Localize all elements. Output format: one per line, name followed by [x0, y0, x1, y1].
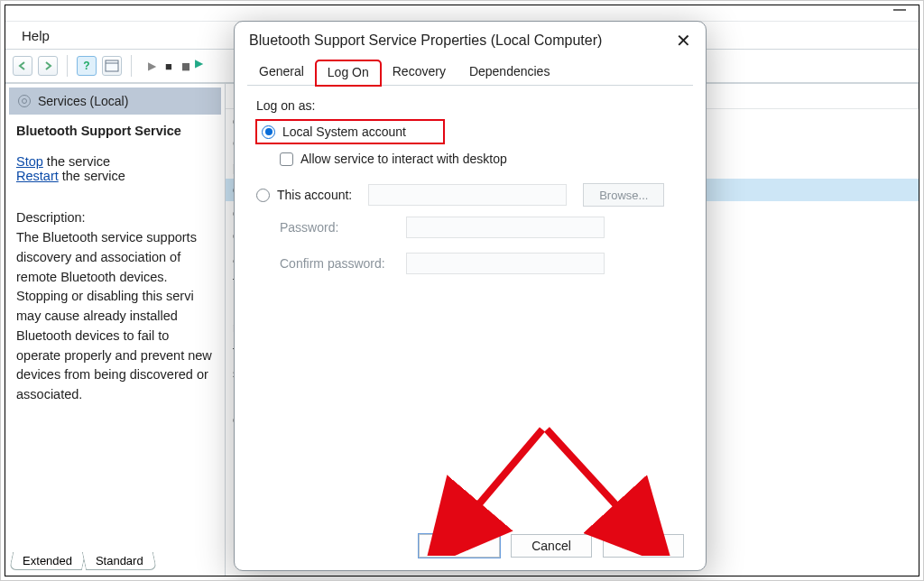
local-system-label: Local System account — [282, 124, 406, 139]
tab-standard[interactable]: Standard — [82, 552, 157, 570]
services-header: Services (Local) — [9, 88, 221, 115]
password-field — [406, 217, 605, 238]
gear-icon — [18, 95, 31, 107]
tab-recovery[interactable]: Recovery — [381, 60, 457, 85]
browse-button[interactable]: Browse... — [583, 183, 664, 207]
cancel-button[interactable]: Cancel — [511, 534, 592, 558]
description-text: The Bluetooth service supports discovery… — [16, 228, 214, 405]
tab-logon[interactable]: Log On — [316, 60, 381, 86]
apply-button[interactable]: Apply — [603, 534, 684, 558]
stop-link[interactable]: Stop — [16, 154, 43, 169]
pause-icon[interactable]: ▮▮ — [181, 60, 189, 72]
stop-suffix: the service — [43, 154, 110, 169]
start-icon[interactable]: ▶ — [148, 60, 156, 72]
properties-dialog: Bluetooth Support Service Properties (Lo… — [234, 21, 707, 571]
stop-icon[interactable]: ■ — [165, 60, 172, 73]
password-label: Password: — [280, 220, 397, 235]
help-icon[interactable]: ? — [77, 56, 97, 76]
description-label: Description: — [16, 210, 214, 225]
dialog-title: Bluetooth Support Service Properties (Lo… — [249, 32, 602, 49]
services-label: Services (Local) — [38, 94, 128, 108]
checkbox-interact-desktop[interactable] — [280, 152, 293, 166]
minimize-icon[interactable] — [893, 9, 906, 11]
ok-button[interactable]: OK — [419, 534, 500, 558]
svg-rect-0 — [106, 60, 118, 71]
logon-as-label: Log on as: — [256, 98, 684, 113]
restart-icon[interactable]: ▶ — [198, 60, 207, 72]
restart-suffix: the service — [59, 169, 125, 183]
menu-help[interactable]: Help — [22, 28, 50, 43]
window-titlebar — [5, 5, 919, 22]
restart-link[interactable]: Restart — [16, 169, 59, 183]
props-icon[interactable] — [102, 56, 122, 76]
this-account-label: This account: — [277, 188, 352, 202]
nav-back-icon[interactable] — [13, 56, 32, 76]
close-icon[interactable]: ✕ — [676, 30, 691, 51]
confirm-label: Confirm password: — [280, 256, 397, 271]
tab-general[interactable]: General — [247, 60, 316, 85]
tab-dependencies[interactable]: Dependencies — [457, 60, 562, 85]
tab-extended[interactable]: Extended — [9, 552, 86, 570]
radio-local-system[interactable] — [262, 125, 275, 139]
interact-desktop-label: Allow service to interact with desktop — [300, 152, 507, 166]
confirm-field — [406, 253, 605, 274]
radio-this-account[interactable] — [256, 189, 270, 202]
service-title: Bluetooth Support Service — [16, 124, 214, 138]
nav-fwd-icon[interactable] — [38, 56, 58, 76]
